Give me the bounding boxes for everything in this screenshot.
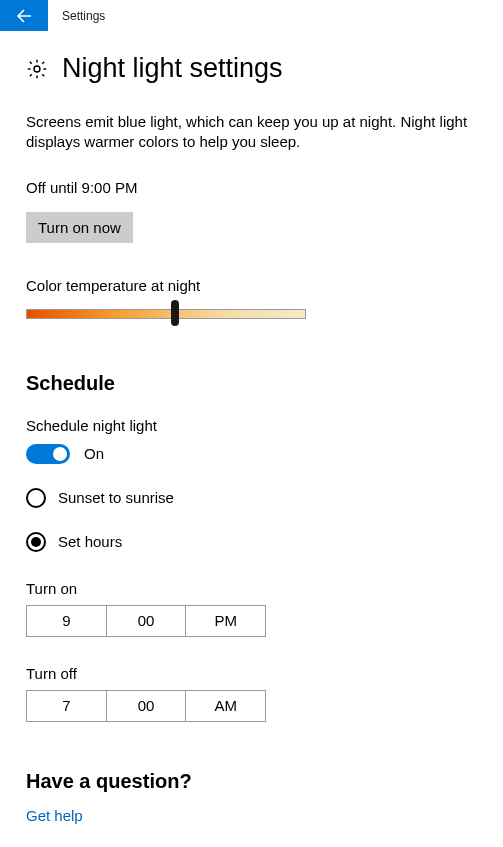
turn-on-hour[interactable]: 9 [26,605,107,637]
radio-icon [26,488,46,508]
turn-off-ampm[interactable]: AM [186,690,266,722]
schedule-heading: Schedule [26,372,477,395]
page-content: Night light settings Screens emit blue l… [0,31,503,847]
turn-on-label: Turn on [26,580,477,597]
page-title: Night light settings [62,53,283,84]
back-arrow-icon [15,7,33,25]
radio-icon [26,532,46,552]
slider-track [26,309,306,319]
back-button[interactable] [0,0,48,31]
radio-sunset-to-sunrise[interactable]: Sunset to sunrise [26,488,477,508]
schedule-toggle[interactable] [26,444,70,464]
turn-on-time-picker: 9 00 PM [26,605,266,637]
color-temperature-label: Color temperature at night [26,277,477,294]
turn-off-hour[interactable]: 7 [26,690,107,722]
page-description: Screens emit blue light, which can keep … [26,112,477,153]
schedule-toggle-state: On [84,445,104,462]
turn-on-now-button[interactable]: Turn on now [26,212,133,243]
color-temperature-slider[interactable] [26,304,306,324]
turn-off-minute[interactable]: 00 [107,690,187,722]
svg-point-0 [34,66,40,72]
radio-set-hours[interactable]: Set hours [26,532,477,552]
page-header: Night light settings [26,53,477,84]
turn-off-label: Turn off [26,665,477,682]
status-text: Off until 9:00 PM [26,179,477,196]
title-bar: Settings [0,0,503,31]
gear-icon [26,58,48,83]
turn-on-minute[interactable]: 00 [107,605,187,637]
toggle-knob [53,447,67,461]
radio-label-set-hours: Set hours [58,533,122,550]
turn-on-ampm[interactable]: PM [186,605,266,637]
slider-thumb[interactable] [171,300,179,326]
schedule-toggle-label: Schedule night light [26,417,477,434]
app-title: Settings [62,9,105,23]
turn-off-time-picker: 7 00 AM [26,690,266,722]
radio-label-sunset: Sunset to sunrise [58,489,174,506]
help-heading: Have a question? [26,770,477,793]
get-help-link[interactable]: Get help [26,807,477,824]
